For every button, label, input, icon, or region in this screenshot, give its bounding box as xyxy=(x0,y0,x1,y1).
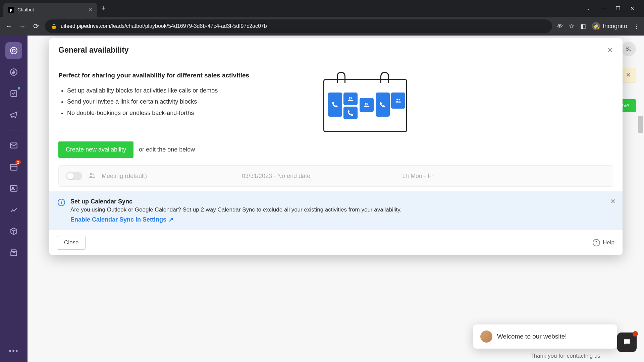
sidebar-item-mail[interactable] xyxy=(5,137,22,154)
svg-point-8 xyxy=(349,97,351,99)
close-button[interactable]: Close xyxy=(57,236,86,250)
svg-rect-5 xyxy=(10,164,17,170)
svg-point-14 xyxy=(90,173,92,175)
modal-overlay: General availability ✕ Perfect for shari… xyxy=(28,36,644,362)
incognito-indicator[interactable]: 🕵 Incognito xyxy=(592,22,627,30)
svg-point-12 xyxy=(396,99,398,100)
browser-tab[interactable]: p Chatbot ✕ xyxy=(3,3,97,17)
modal-close-icon[interactable]: ✕ xyxy=(607,46,613,55)
sidebar-item-marketplace[interactable] xyxy=(5,244,22,261)
svg-point-13 xyxy=(398,99,400,100)
or-edit-text: or edit the one below xyxy=(139,146,195,153)
app-content: SJ at ✕ Save Welcome to our website! Tha… xyxy=(28,36,644,362)
reload-icon[interactable]: ⟳ xyxy=(32,22,40,30)
availability-name: Meeting (default) xyxy=(102,173,236,180)
address-bar: ← → ⟳ 🔒 uifeed.pipedrive.com/leads/chatb… xyxy=(0,17,644,36)
favicon: p xyxy=(8,7,14,13)
sidebar-item-insights[interactable] xyxy=(5,201,22,218)
kebab-menu-icon[interactable]: ⋮ xyxy=(633,22,639,30)
availability-row[interactable]: Meeting (default) 03/31/2023 - No end da… xyxy=(58,165,613,187)
external-link-icon: ↗ xyxy=(168,216,173,223)
sidebar-more-icon[interactable]: ••• xyxy=(9,347,18,355)
svg-point-15 xyxy=(93,174,94,175)
close-window-icon[interactable]: ✕ xyxy=(630,5,635,11)
info-icon: i xyxy=(58,199,65,206)
calendar-sync-banner: i Set up Calendar Sync Are you using Out… xyxy=(49,191,623,230)
tab-title: Chatbot xyxy=(17,7,85,12)
people-icon xyxy=(88,172,96,180)
window-controls: ⌄ ― ❐ ✕ xyxy=(586,5,641,11)
lock-icon: 🔒 xyxy=(51,23,57,29)
sidebar-item-activities[interactable]: 2 xyxy=(5,159,22,175)
availability-modal: General availability ✕ Perfect for shari… xyxy=(49,38,623,255)
sidebar-item-deals[interactable] xyxy=(5,64,22,80)
banner-close-icon[interactable]: ✕ xyxy=(610,197,616,205)
svg-point-11 xyxy=(367,103,368,105)
tab-close-icon[interactable]: ✕ xyxy=(88,7,93,13)
availability-schedule: 1h Mon - Fri xyxy=(402,173,435,180)
svg-point-0 xyxy=(10,47,17,54)
minimize-icon[interactable]: ― xyxy=(601,5,606,11)
create-availability-button[interactable]: Create new availability xyxy=(58,141,133,158)
calendar-illustration xyxy=(320,72,407,132)
new-tab-button[interactable]: + xyxy=(101,4,106,13)
availability-dates: 03/31/2023 - No end date xyxy=(242,173,396,180)
eye-off-icon[interactable]: 👁 xyxy=(557,23,563,30)
back-icon[interactable]: ← xyxy=(5,22,13,30)
svg-point-7 xyxy=(12,187,14,189)
sidebar-item-contacts[interactable] xyxy=(5,180,22,197)
bookmark-icon[interactable]: ☆ xyxy=(569,22,574,30)
banner-desc: Are you using Outlook or Google Calendar… xyxy=(70,206,614,213)
help-link[interactable]: ?Help xyxy=(593,239,614,246)
sidebar-item-campaigns[interactable] xyxy=(5,107,22,123)
panel-icon[interactable]: ◧ xyxy=(580,22,586,30)
browser-tab-strip: p Chatbot ✕ + ⌄ ― ❐ ✕ xyxy=(0,0,644,17)
incognito-icon: 🕵 xyxy=(592,22,600,30)
tab-dropdown-icon[interactable]: ⌄ xyxy=(586,5,591,11)
sidebar-item-leads[interactable] xyxy=(5,42,22,59)
app-sidebar: 2 ••• xyxy=(0,36,28,362)
svg-point-10 xyxy=(365,103,367,105)
help-icon: ? xyxy=(593,239,600,246)
url-input[interactable]: 🔒 uifeed.pipedrive.com/leads/chatbot/pla… xyxy=(45,19,552,33)
sidebar-item-products[interactable] xyxy=(5,223,22,240)
maximize-icon[interactable]: ❐ xyxy=(616,5,620,11)
intro-bullets: Set up availability blocks for activitie… xyxy=(58,85,286,119)
url-text: uifeed.pipedrive.com/leads/chatbot/playb… xyxy=(61,23,267,29)
availability-toggle[interactable] xyxy=(66,172,82,180)
intro-heading: Perfect for sharing your availability fo… xyxy=(58,72,286,79)
banner-title: Set up Calendar Sync xyxy=(70,198,614,205)
forward-icon[interactable]: → xyxy=(18,22,27,30)
enable-sync-link[interactable]: Enable Calendar Sync in Settings ↗ xyxy=(70,216,173,223)
modal-title: General availability xyxy=(58,46,129,55)
sidebar-item-projects[interactable] xyxy=(5,85,22,102)
svg-point-1 xyxy=(12,49,15,52)
svg-point-9 xyxy=(351,97,352,99)
